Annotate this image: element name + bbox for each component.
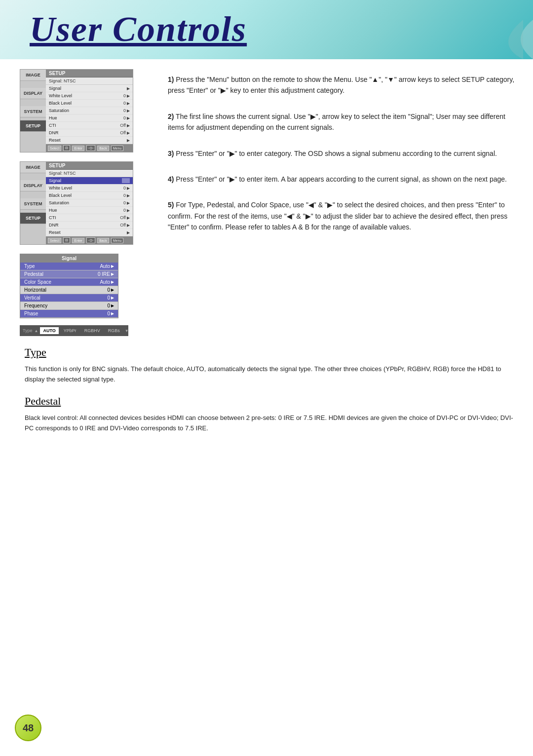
bottom-sections: Type This function is only for BNC signa… <box>0 336 533 454</box>
type-option-rgbs: RGBs <box>105 327 123 334</box>
osd-menu-box-2: IMAGE DISPLAY SYSTEM SETUP SETUP Signal:… <box>20 161 133 245</box>
osd-row-signal-1: Signal▶ <box>46 85 133 92</box>
sidebar-display-2: DISPLAY <box>20 180 46 191</box>
type-option-rgbhv: RGBHV <box>81 327 103 334</box>
osd-row-dnr-2: DNROff ▶ <box>46 222 133 229</box>
osd-sidebar-2: IMAGE DISPLAY SYSTEM SETUP <box>20 162 46 244</box>
osd-row-signal-2-hl: Signal <box>46 177 133 185</box>
osd-row-whitelevel-2: White Level0 ▶ <box>46 185 133 192</box>
step-5-num: 5) <box>168 201 174 209</box>
sidebar-image-2: IMAGE <box>20 162 46 173</box>
signal-submenu: Signal TypeAuto ▶ Pedestal0 IRE ▶ Color … <box>20 254 118 318</box>
step-4: 4) Press "Enter" or "▶" to enter item. A… <box>168 174 518 185</box>
type-section-heading: Type <box>25 346 518 359</box>
left-panel: IMAGE DISPLAY SYSTEM SETUP SETUP Signal:… <box>10 69 158 336</box>
signal-row-phase: Phase0 ▶ <box>20 310 118 318</box>
step-1: 1) Press the "Menu" button on the remote… <box>168 74 518 96</box>
osd-row-saturation-1: Saturation0 ▶ <box>46 107 133 114</box>
signal-row-colorspace: Color SpaceAuto ▶ <box>20 278 118 286</box>
osd-main-2: SETUP Signal: NTSC Signal White Level0 ▶… <box>46 162 133 244</box>
osd-row-dnr-1: DNROff ▶ <box>46 129 133 137</box>
step-1-num: 1) <box>168 76 174 83</box>
osd-main-1: SETUP Signal: NTSC Signal▶ White Level0 … <box>46 70 133 152</box>
sidebar-system-1: SYSTEM <box>20 106 46 117</box>
osd-row-reset-2: Reset▶ <box>46 229 133 236</box>
osd-signal-1: Signal: NTSC <box>46 77 133 85</box>
sidebar-system-2: SYSTEM <box>20 198 46 210</box>
page-number: 48 <box>23 722 34 734</box>
signal-submenu-title: Signal <box>20 254 118 263</box>
osd-footer-1: Select ⊟ Enter ◁▷ Back Menu <box>46 144 133 152</box>
step-2: 2) The first line shows the current sign… <box>168 111 518 133</box>
type-option-ypbpr: YPbPr <box>61 327 79 334</box>
type-selector-bar: Type ▲ AUTO YPbPr RGBHV RGBs ▼ <box>20 325 128 336</box>
main-content: IMAGE DISPLAY SYSTEM SETUP SETUP Signal:… <box>0 59 533 336</box>
osd-row-cti-2: CTIOff ▶ <box>46 214 133 222</box>
sidebar-setup-2: SETUP <box>20 213 46 224</box>
right-panel: 1) Press the "Menu" button on the remote… <box>158 69 533 336</box>
osd-row-whitelevel-1: White Level0 ▶ <box>46 92 133 100</box>
pedestal-section-text: Black level control: All connected devic… <box>25 413 518 434</box>
page-number-badge: 48 <box>15 715 41 741</box>
osd-row-reset-1: Reset▶ <box>46 137 133 144</box>
type-option-auto: AUTO <box>40 327 58 334</box>
step-3-num: 3) <box>168 150 174 157</box>
sidebar-display-1: DISPLAY <box>20 88 46 99</box>
page-header: User Controls <box>0 0 533 59</box>
step-2-num: 2) <box>168 113 174 120</box>
osd-row-hue-1: Hue0 ▶ <box>46 114 133 122</box>
osd-row-saturation-2: Saturation0 ▶ <box>46 199 133 207</box>
osd-row-cti-1: CTIOff ▶ <box>46 122 133 129</box>
osd-signal-2: Signal: NTSC <box>46 170 133 177</box>
header-wave-decoration <box>434 20 533 59</box>
osd-title-2: SETUP <box>46 162 133 170</box>
pedestal-section: Pedestal Black level control: All connec… <box>25 395 518 434</box>
osd-sidebar-1: IMAGE DISPLAY SYSTEM SETUP <box>20 70 46 152</box>
osd-footer-2: Select ⊟ Enter ◁▷ Back Menu <box>46 236 133 244</box>
type-label: Type <box>23 328 33 333</box>
pedestal-section-heading: Pedestal <box>25 395 518 408</box>
signal-row-vertical: Vertical0 ▶ <box>20 294 118 302</box>
osd-row-hue-2: Hue0 ▶ <box>46 207 133 214</box>
osd-row-blacklevel-2: Black Level0 ▶ <box>46 192 133 199</box>
sidebar-image-1: IMAGE <box>20 70 46 81</box>
step-3: 3) Press "Enter" or "▶" to enter categor… <box>168 148 518 159</box>
signal-row-pedestal: Pedestal0 IRE ▶ <box>20 270 118 278</box>
type-section-text: This function is only for BNC signals. T… <box>25 364 518 385</box>
type-section: Type This function is only for BNC signa… <box>25 346 518 385</box>
osd-title-1: SETUP <box>46 70 133 77</box>
osd-menu-2: IMAGE DISPLAY SYSTEM SETUP SETUP Signal:… <box>20 161 158 245</box>
step-5: 5) For Type, Pedestal, and Color Space, … <box>168 199 518 232</box>
type-down-arrow: ▼ <box>125 329 129 333</box>
sidebar-setup-1: SETUP <box>20 120 46 132</box>
osd-row-blacklevel-1: Black Level0 ▶ <box>46 100 133 107</box>
signal-row-type: TypeAuto ▶ <box>20 263 118 270</box>
type-up-arrow: ▲ <box>35 329 38 333</box>
signal-row-frequency: Frequency0 ▶ <box>20 302 118 310</box>
osd-menu-1: IMAGE DISPLAY SYSTEM SETUP SETUP Signal:… <box>20 69 158 152</box>
osd-menu-box-1: IMAGE DISPLAY SYSTEM SETUP SETUP Signal:… <box>20 69 133 152</box>
signal-row-horizontal: Horizontal0 ▶ <box>20 286 118 294</box>
step-4-num: 4) <box>168 175 174 183</box>
